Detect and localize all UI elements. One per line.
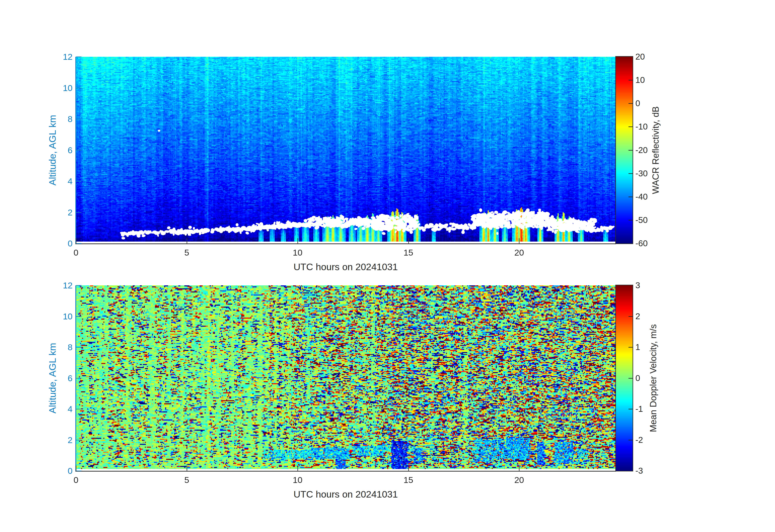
colorbar-tick-label: 10 <box>635 75 645 85</box>
y-tick-label: 12 <box>40 281 73 291</box>
colorbar-tick-label: 3 <box>635 281 640 290</box>
x-tick-mark <box>187 466 187 471</box>
x-tick-mark <box>519 238 520 243</box>
colorbar-tick-mark <box>629 126 633 127</box>
colorbar-tick-label: -60 <box>635 238 648 248</box>
colorbar-tick-mark <box>629 409 633 409</box>
y-tick-mark <box>76 440 81 440</box>
colorbar-tick-mark <box>629 220 633 220</box>
x-tick-label: 15 <box>404 475 413 485</box>
x-tick-mark <box>408 466 409 471</box>
x-tick-mark <box>297 466 298 471</box>
x-tick-label: 20 <box>514 248 524 257</box>
y-tick-mark <box>76 119 81 119</box>
y-tick-mark <box>76 316 81 317</box>
cloud-base-markers-layer <box>76 57 615 241</box>
colorbar-tick-mark <box>629 173 633 174</box>
x-axis-label-bottom: UTC hours on 20241031 <box>293 489 398 500</box>
colorbar-tick-label: 0 <box>635 373 640 383</box>
colorbar-tick-label: -1 <box>635 404 643 414</box>
y-axis-line-bottom <box>75 286 76 472</box>
reflectivity-colorbar-label: WACR Reflectivity, dB <box>651 106 661 194</box>
x-axis-label-top: UTC hours on 20241031 <box>293 261 398 273</box>
colorbar-tick-label: 20 <box>635 52 645 62</box>
y-axis-line-top <box>75 57 76 244</box>
y-tick-mark <box>76 212 81 213</box>
y-tick-mark <box>76 181 81 181</box>
x-tick-mark <box>519 466 520 471</box>
colorbar-tick-mark <box>629 440 633 440</box>
y-tick-mark <box>76 347 81 348</box>
y-tick-label: 4 <box>40 176 73 186</box>
y-tick-mark <box>76 471 81 471</box>
y-tick-label: 4 <box>40 404 73 414</box>
y-tick-label: 8 <box>40 114 73 124</box>
colorbar-tick-mark <box>629 150 633 150</box>
colorbar-tick-label: 1 <box>635 342 640 352</box>
y-tick-mark <box>76 285 81 286</box>
y-tick-label: 12 <box>40 52 73 62</box>
y-tick-label: 10 <box>40 311 73 321</box>
y-tick-label: 6 <box>40 373 73 383</box>
y-tick-label: 10 <box>40 83 73 93</box>
colorbar-tick-label: -30 <box>635 169 648 178</box>
y-tick-mark <box>76 150 81 150</box>
colorbar-tick-mark <box>629 378 633 379</box>
velocity-heatmap <box>76 286 615 469</box>
colorbar-tick-label: -20 <box>635 145 648 155</box>
x-tick-mark <box>76 238 76 243</box>
radar-figure: Altitude, AGL km UTC hours on 20241031 W… <box>0 0 775 532</box>
y-tick-label: 0 <box>40 238 73 248</box>
x-tick-label: 10 <box>293 475 302 485</box>
y-tick-label: 2 <box>40 207 73 217</box>
x-tick-mark <box>297 238 298 243</box>
x-tick-mark <box>187 238 187 243</box>
colorbar-tick-label: 2 <box>635 312 640 321</box>
x-tick-label: 0 <box>74 248 78 257</box>
colorbar-tick-mark <box>629 347 633 348</box>
colorbar-tick-mark <box>629 80 633 80</box>
y-tick-mark <box>76 88 81 88</box>
x-axis-line-top <box>75 243 616 244</box>
y-tick-label: 0 <box>40 466 73 476</box>
colorbar-tick-mark <box>629 196 633 197</box>
colorbar-tick-mark <box>629 316 633 317</box>
velocity-colorbar-label: Mean Doppler Velocity, m/s <box>648 324 658 432</box>
colorbar-tick-label: -50 <box>635 215 648 225</box>
colorbar-tick-label: -3 <box>635 466 643 476</box>
x-axis-line-bottom <box>75 471 616 472</box>
y-tick-label: 6 <box>40 145 73 155</box>
y-tick-mark <box>76 57 81 57</box>
y-tick-label: 8 <box>40 342 73 352</box>
y-tick-mark <box>76 378 81 379</box>
y-tick-mark <box>76 243 81 244</box>
x-tick-label: 5 <box>184 475 189 485</box>
colorbar-tick-label: -10 <box>635 122 648 131</box>
x-tick-mark <box>76 466 76 471</box>
colorbar-tick-label: -2 <box>635 435 643 445</box>
x-tick-label: 20 <box>514 475 524 485</box>
y-tick-mark <box>76 409 81 409</box>
y-tick-label: 2 <box>40 435 73 445</box>
colorbar-tick-label: 0 <box>635 98 640 108</box>
x-tick-label: 0 <box>74 475 78 485</box>
x-tick-label: 15 <box>404 248 413 257</box>
x-tick-label: 10 <box>293 248 302 257</box>
x-tick-mark <box>408 238 409 243</box>
colorbar-tick-mark <box>629 103 633 104</box>
colorbar-tick-label: -40 <box>635 192 648 202</box>
x-tick-label: 5 <box>184 248 189 257</box>
